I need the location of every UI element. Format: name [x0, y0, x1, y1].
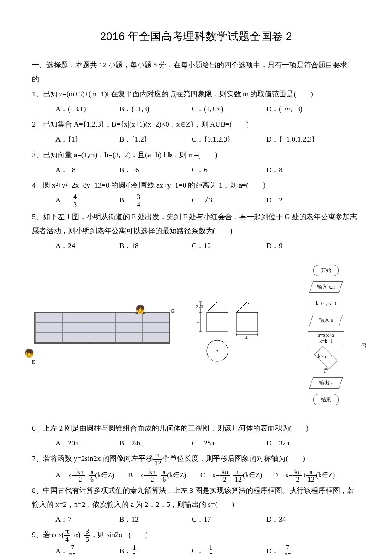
- q3-m3: )⊥: [159, 151, 168, 159]
- q6-opt-c: C．28π: [192, 436, 266, 450]
- q4-options: A．−43 B．−34 C．3 D．2: [32, 193, 360, 208]
- flow-no-label: 否: [361, 341, 366, 350]
- q8-opt-b: B．12: [119, 512, 192, 526]
- q9-opt-d: D．−725: [266, 544, 292, 555]
- q3-a2: a: [147, 151, 151, 159]
- person-f-icon: 👧: [135, 301, 146, 318]
- label-e: E: [32, 356, 35, 367]
- q3-opt-c: C．6: [192, 163, 266, 177]
- q3-b3: b: [168, 151, 172, 159]
- question-7: 7、若将函数 y=2sin2x 的图像向左平移π12个单位长度，则平移后图象的对…: [32, 451, 360, 467]
- q5-opt-d: D．9: [266, 239, 282, 253]
- question-9: 9、若 cos(π4−α)=35，则 sin2α= ( ): [32, 528, 360, 543]
- svg-marker-0: [207, 302, 228, 312]
- q9-options: A．725 B．15 C．−15 D．−725: [32, 544, 360, 555]
- figure-3-flowchart: 开始 ↓ 输入 x,n ↓ k=0，s=0 ↓ 输入 a ↓ s=s·x+a k…: [294, 264, 358, 407]
- q6-opt-a: A．20π: [55, 436, 119, 450]
- svg-marker-2: [236, 302, 258, 312]
- figures-row: 👧 G 👦 E 2√3 4 4 开始 ↓ 输入: [32, 264, 360, 407]
- question-3: 3、已知向量 a=(1,m)，b=(3,−2)，且(a+b)⊥b，则 m=( ): [32, 148, 360, 162]
- q9-opt-a: A．725: [55, 544, 119, 555]
- q8-options: A．7 B．12 C．17 D．34: [32, 512, 360, 526]
- q3-veca: a: [74, 151, 78, 159]
- svg-point-5: [217, 350, 218, 351]
- question-6: 6、上左 2 图是由圆柱与圆锥组合而成的几何体的三视图，则该几何体的表面积为( …: [32, 421, 360, 435]
- fig2-w: 4: [245, 335, 248, 340]
- figure-1-street-grid: 👧 G 👦 E: [34, 312, 170, 358]
- q3-opt-d: D．8: [266, 163, 282, 177]
- q3-b2: b: [155, 151, 159, 159]
- q7-opt-c: C．x=kπ2−π12(k∈Z): [200, 468, 273, 483]
- q4-opt-c: C．3: [192, 193, 266, 208]
- q1-opt-d: D．(−∞,−3): [266, 102, 303, 116]
- q7-opt-a: A．x=kπ2−π6(k∈Z): [55, 468, 128, 483]
- q4-opt-b: B．−34: [119, 193, 192, 208]
- q1-opt-b: B．(−1,3): [119, 102, 192, 116]
- q9-opt-b: B．15: [119, 544, 192, 555]
- q7-options: A．x=kπ2−π6(k∈Z) B．x=kπ2+π6(k∈Z) C．x=kπ2−…: [32, 468, 360, 483]
- label-g: G: [171, 306, 175, 316]
- q1-opt-a: A．(−3,1): [55, 102, 119, 116]
- q7-opt-b: B．x=kπ2+π6(k∈Z): [128, 468, 200, 483]
- q2-opt-c: C．{0,1,2,3}: [192, 132, 266, 146]
- flow-output: 输出 s: [309, 377, 343, 389]
- svg-rect-1: [207, 312, 228, 332]
- q3-end: ，则 m=( ): [172, 151, 217, 159]
- q7-opt-d: D．x=kπ2+π12(k∈Z): [273, 468, 345, 483]
- exam-title: 2016 年全国高考理科数学试题全国卷 2: [32, 26, 360, 47]
- flow-input-xn: 输入 x,n: [309, 281, 343, 293]
- flow-start: 开始: [313, 265, 339, 276]
- q6-opt-b: B．24π: [119, 436, 192, 450]
- q9-opt-c: C．−15: [192, 544, 266, 555]
- q3-pre: 3、已知向量: [32, 151, 74, 159]
- q6-opt-d: D．32π: [266, 436, 290, 450]
- fig2-h1: 2√3: [196, 304, 204, 309]
- q5-opt-a: A．24: [55, 239, 119, 253]
- q5-options: A．24 B．18 C．12 D．9: [32, 239, 360, 253]
- question-8: 8、中国古代有计算多项式值的秦九韶算法，上左 3 图是实现该算法的程序框图。执行…: [32, 483, 360, 512]
- question-1: 1、已知 z=(m+3)+(m−1)i 在复平面内对应的点在第四象限，则实数 m…: [32, 87, 360, 101]
- q2-opt-b: B．{1,2}: [119, 132, 192, 146]
- q3-vecb: b: [104, 151, 108, 159]
- flow-init: k=0，s=0: [308, 298, 344, 309]
- section-1-header: 一、选择题：本题共 12 小题，每小题 5 分，在每小题给出的四个选项中，只有一…: [32, 58, 360, 86]
- q3-m1: =(1,m)，: [77, 151, 104, 159]
- q1-opt-c: C．(1,+∞): [192, 102, 266, 116]
- q4-opt-d: D．2: [266, 193, 282, 208]
- q8-opt-d: D．34: [266, 512, 286, 526]
- question-5: 5、如下左 1 图，小明从街道的 E 处出发，先到 F 处与小红会合，再一起到位…: [32, 210, 360, 238]
- q5-opt-c: C．12: [192, 239, 266, 253]
- q2-opt-d: D．{−1,0,1,2,3}: [266, 132, 315, 146]
- q1-options: A．(−3,1) B．(−1,3) C．(1,+∞) D．(−∞,−3): [32, 102, 360, 116]
- flow-input-a: 输入 a: [309, 315, 343, 326]
- flow-end: 结束: [313, 394, 339, 405]
- question-4: 4、圆 x²+y²−2x−8y+13=0 的圆心到直线 ax+y−1=0 的距离…: [32, 178, 360, 192]
- flow-condition: k>n: [314, 346, 337, 370]
- q2-opt-a: A．{1}: [55, 132, 119, 146]
- question-2: 2、已知集合 A={1,2,3}，B={x|(x+1)(x−2)<0，x∈Z}，…: [32, 117, 360, 131]
- q3-options: A．−8 B．−6 C．6 D．8: [32, 163, 360, 177]
- fig2-h2: 4: [197, 319, 200, 324]
- q8-opt-a: A．7: [55, 512, 119, 526]
- q6-options: A．20π B．24π C．28π D．32π: [32, 436, 360, 450]
- q8-opt-c: C．17: [192, 512, 266, 526]
- flow-calc: s=s·x+a k=k+1: [308, 331, 344, 345]
- svg-rect-3: [236, 312, 258, 332]
- q2-options: A．{1} B．{1,2} C．{0,1,2,3} D．{−1,0,1,2,3}: [32, 132, 360, 146]
- q5-opt-b: B．18: [119, 239, 192, 253]
- q3-opt-a: A．−8: [55, 163, 119, 177]
- q3-opt-b: B．−6: [119, 163, 192, 177]
- q4-opt-a: A．−43: [55, 193, 119, 208]
- q3-m2: =(3,−2)，且(: [109, 151, 147, 159]
- figure-2-three-views: 2√3 4 4: [196, 300, 268, 370]
